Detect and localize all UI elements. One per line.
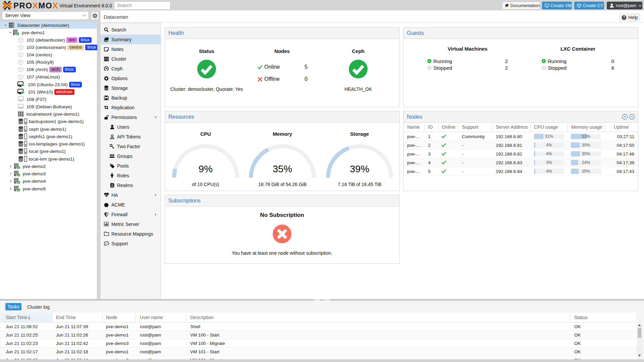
svg-text:?: ?	[623, 16, 625, 19]
